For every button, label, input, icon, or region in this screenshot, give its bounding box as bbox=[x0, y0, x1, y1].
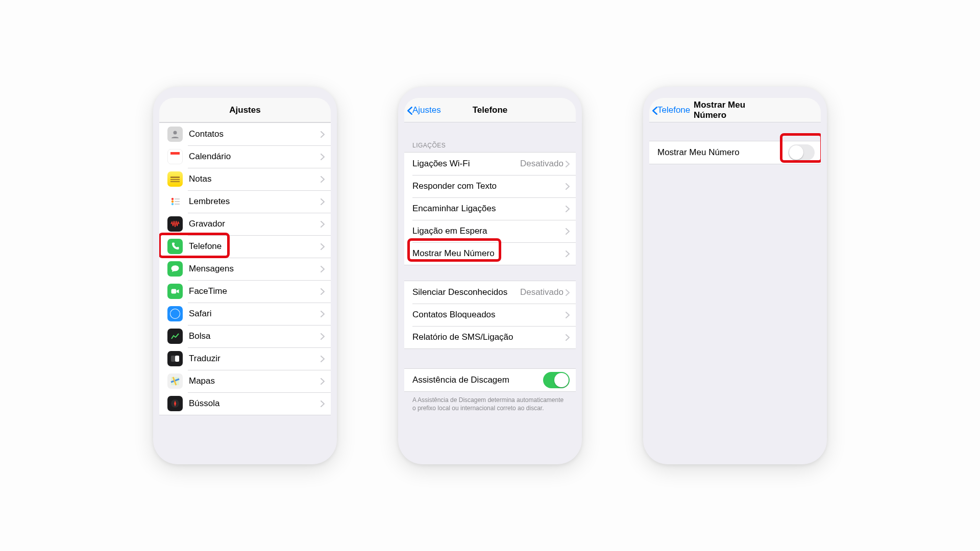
maps-icon bbox=[167, 373, 183, 389]
svg-rect-5 bbox=[170, 181, 180, 182]
phone-ajustes: Ajustes ContatosCalendárioNotasLembretes… bbox=[153, 87, 337, 464]
svg-rect-9 bbox=[175, 198, 180, 199]
settings-row-bussola[interactable]: Bússola bbox=[159, 392, 331, 415]
settings-row-label: Mapas bbox=[189, 376, 321, 386]
translate-icon bbox=[167, 351, 183, 366]
chevron-right-icon bbox=[566, 183, 570, 190]
row-label: Responder com Texto bbox=[412, 181, 566, 191]
settings-row-label: Bússola bbox=[189, 398, 321, 409]
chevron-right-icon bbox=[321, 288, 325, 295]
notes-icon bbox=[167, 171, 183, 187]
settings-row-label: Bolsa bbox=[189, 331, 321, 341]
row-mostrarmeunumero[interactable]: Mostrar Meu Número bbox=[404, 242, 576, 265]
row-value: Desativado bbox=[520, 159, 564, 169]
dial-assist-footer: A Assistência de Discagem determina auto… bbox=[404, 392, 576, 416]
row-relatoriodesmsligacao[interactable]: Relatório de SMS/Ligação bbox=[404, 326, 576, 348]
svg-rect-1 bbox=[170, 152, 180, 155]
row-label: Ligação em Espera bbox=[412, 226, 566, 236]
chevron-right-icon bbox=[321, 131, 325, 138]
bubble-icon bbox=[167, 261, 183, 277]
settings-row-label: Telefone bbox=[189, 241, 321, 252]
chevron-right-icon bbox=[321, 378, 325, 385]
chevron-right-icon bbox=[321, 400, 325, 407]
row-value: Desativado bbox=[520, 287, 564, 297]
svg-rect-10 bbox=[175, 201, 180, 202]
row-toggle[interactable] bbox=[543, 372, 570, 388]
safari-icon bbox=[167, 306, 183, 321]
chevron-left-icon bbox=[407, 107, 411, 113]
svg-point-14 bbox=[170, 309, 180, 318]
settings-row-label: Gravador bbox=[189, 219, 321, 229]
settings-row-contatos[interactable]: Contatos bbox=[159, 123, 331, 145]
settings-row-label: Mensagens bbox=[189, 264, 321, 274]
row-label: Relatório de SMS/Ligação bbox=[412, 332, 566, 342]
settings-row-telefone[interactable]: Telefone bbox=[159, 235, 331, 258]
svg-rect-15 bbox=[171, 356, 175, 362]
reminders-icon bbox=[167, 194, 183, 209]
back-button[interactable]: Ajustes bbox=[407, 105, 449, 115]
settings-row-lembretes[interactable]: Lembretes bbox=[159, 190, 331, 213]
svg-point-0 bbox=[174, 131, 177, 135]
show-my-number-toggle[interactable] bbox=[788, 144, 815, 161]
chevron-right-icon bbox=[321, 266, 325, 272]
svg-rect-12 bbox=[172, 289, 177, 294]
settings-row-mapas[interactable]: Mapas bbox=[159, 370, 331, 392]
settings-row-mensagens[interactable]: Mensagens bbox=[159, 258, 331, 280]
chevron-right-icon bbox=[566, 228, 570, 235]
contacts-icon bbox=[167, 127, 183, 142]
settings-row-label: Lembretes bbox=[189, 196, 321, 207]
compass-icon bbox=[167, 396, 183, 411]
row-ligacoeswifi[interactable]: Ligações Wi-FiDesativado bbox=[404, 153, 576, 175]
settings-row-bolsa[interactable]: Bolsa bbox=[159, 325, 331, 347]
phone-icon bbox=[167, 239, 183, 254]
svg-rect-11 bbox=[175, 204, 180, 205]
chevron-left-icon bbox=[652, 107, 656, 113]
row-ligacaoemespera[interactable]: Ligação em Espera bbox=[404, 220, 576, 242]
phone-telefone: Ajustes Telefone LIGAÇÕES Ligações Wi-Fi… bbox=[398, 87, 582, 464]
settings-row-label: Traduzir bbox=[189, 354, 321, 364]
show-my-number-label: Mostrar Meu Número bbox=[657, 147, 788, 158]
navbar: Ajustes bbox=[159, 98, 331, 122]
back-label: Telefone bbox=[657, 105, 690, 115]
row-label: Ligações Wi-Fi bbox=[412, 159, 520, 169]
voice-icon bbox=[167, 216, 183, 232]
row-encaminharligacoes[interactable]: Encaminhar Ligações bbox=[404, 197, 576, 220]
svg-point-7 bbox=[172, 201, 174, 203]
settings-row-label: Notas bbox=[189, 174, 321, 184]
caller-id-list: Mostrar Meu Número bbox=[649, 122, 821, 453]
settings-row-label: Contatos bbox=[189, 129, 321, 139]
svg-rect-4 bbox=[170, 179, 180, 180]
svg-rect-3 bbox=[170, 177, 180, 178]
settings-row-notas[interactable]: Notas bbox=[159, 168, 331, 190]
section-header-ligacoes: LIGAÇÕES bbox=[404, 131, 576, 152]
settings-row-calendario[interactable]: Calendário bbox=[159, 145, 331, 168]
video-icon bbox=[167, 284, 183, 299]
row-contatosbloqueados[interactable]: Contatos Bloqueados bbox=[404, 304, 576, 326]
row-label: Assistência de Discagem bbox=[412, 375, 543, 385]
svg-point-6 bbox=[172, 198, 174, 200]
chevron-right-icon bbox=[566, 334, 570, 341]
settings-row-label: FaceTime bbox=[189, 286, 321, 296]
back-label: Ajustes bbox=[412, 105, 441, 115]
chevron-right-icon bbox=[321, 176, 325, 183]
telefone-list: LIGAÇÕES Ligações Wi-FiDesativadoRespond… bbox=[404, 122, 576, 453]
chevron-right-icon bbox=[321, 311, 325, 317]
settings-row-gravador[interactable]: Gravador bbox=[159, 213, 331, 235]
settings-row-label: Calendário bbox=[189, 152, 321, 162]
row-silenciardesconhecidos[interactable]: Silenciar DesconhecidosDesativado bbox=[404, 281, 576, 304]
chevron-right-icon bbox=[321, 243, 325, 250]
chevron-right-icon bbox=[566, 206, 570, 212]
row-respondercomtexto[interactable]: Responder com Texto bbox=[404, 175, 576, 197]
chevron-right-icon bbox=[566, 289, 570, 296]
calendar-icon bbox=[167, 149, 183, 164]
settings-row-facetime[interactable]: FaceTime bbox=[159, 280, 331, 303]
row-assistenciadediscagem[interactable]: Assistência de Discagem bbox=[404, 369, 576, 391]
settings-row-safari[interactable]: Safari bbox=[159, 303, 331, 325]
phone-mostrar-numero: Telefone Mostrar Meu Número Mostrar Meu … bbox=[643, 87, 827, 464]
chevron-right-icon bbox=[321, 154, 325, 160]
page-title: Ajustes bbox=[204, 105, 286, 115]
settings-row-traduzir[interactable]: Traduzir bbox=[159, 347, 331, 370]
show-my-number-row[interactable]: Mostrar Meu Número bbox=[649, 141, 821, 164]
chevron-right-icon bbox=[321, 198, 325, 205]
back-button[interactable]: Telefone bbox=[652, 105, 694, 115]
